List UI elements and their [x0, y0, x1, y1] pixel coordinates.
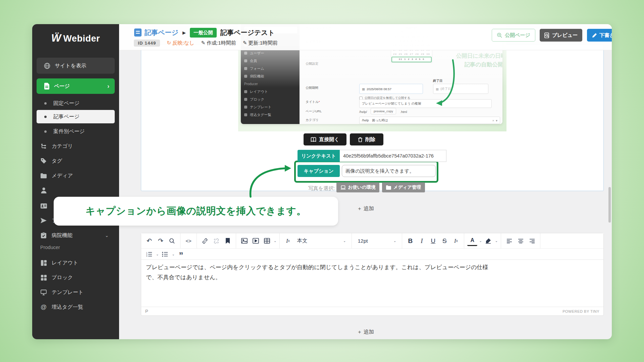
image-icon[interactable] [239, 236, 249, 246]
media-manager-button[interactable]: メディア管理 [382, 182, 425, 192]
align-center-icon[interactable] [516, 236, 526, 246]
undo-icon[interactable]: ↶ [144, 236, 154, 246]
sidebar: ẄWebider サイトを表示 ページ › 固定ページ 記事ページ 案件別ページ… [32, 24, 119, 339]
video-icon[interactable] [251, 236, 261, 246]
ordered-list-icon[interactable]: 123 [144, 249, 154, 259]
editor-toolbar-row1: ↶ ↷ <> [141, 233, 603, 249]
calendar-icon: ▦ [362, 87, 365, 91]
sidebar-item-article-pages[interactable]: 記事ページ [37, 110, 115, 123]
highlight-pen-icon[interactable] [483, 236, 493, 246]
editor-paragraph[interactable]: プレビューページでは、ページ内をクリックするとタブが自動的に閉じてしまうことがあ… [146, 262, 599, 273]
publish-end-input[interactable]: ▦ (終了日) [433, 84, 488, 94]
mini-sidebar-item: フォーム [244, 65, 297, 72]
table-icon[interactable] [262, 236, 272, 246]
remove-format-icon[interactable]: Ix [451, 236, 461, 246]
element-path[interactable]: P [145, 309, 148, 314]
sidebar-item-category[interactable]: カテゴリ [37, 139, 115, 153]
unordered-list-chevron-icon[interactable]: ⌄ [172, 252, 174, 256]
chevron-down-icon: ⌄ [105, 233, 109, 238]
caption-input[interactable] [342, 165, 436, 177]
bookmark-icon[interactable] [223, 236, 233, 246]
mini-category-select[interactable]: /help 困った時は × ▾ [359, 117, 500, 124]
breadcrumb-link-article-pages[interactable]: 記事ページ [145, 28, 178, 37]
sidebar-item-project-pages[interactable]: 案件別ページ [37, 125, 115, 138]
sidebar-item-blocks[interactable]: ブロック [37, 271, 115, 284]
table-chevron-icon[interactable]: ⌄ [274, 239, 276, 243]
calendar-row[interactable]: 24 25 26 27 28 29 30 [391, 52, 432, 57]
underline-icon[interactable]: U [428, 236, 438, 246]
sidebar-item-tags[interactable]: タグ [37, 154, 115, 168]
page-icon [44, 83, 50, 89]
svg-text:3: 3 [146, 255, 147, 257]
callout-text: キャプションから画像の説明文を挿入できます。 [86, 204, 307, 218]
sidebar-item-layout[interactable]: レイアウト [37, 256, 115, 269]
highlight-chevron-icon[interactable]: ⌄ [495, 239, 498, 243]
updated-time: ✎更新:1時間前 [243, 40, 278, 46]
editor-content[interactable]: プレビューページでは、ページ内をクリックするとタブが自動的に閉じてしまうことがあ… [141, 260, 603, 307]
publish-status-badge: 一般公開 [190, 28, 217, 38]
editor-paragraph[interactable]: で、不具合ではありません。 [146, 273, 599, 283]
redo-icon[interactable]: ↷ [156, 236, 166, 246]
preview-button[interactable]: プレビュー [540, 29, 582, 42]
link-text-input[interactable] [340, 150, 446, 162]
mini-sidebar-item: 会員 [244, 58, 297, 64]
bold-icon[interactable]: B [405, 236, 415, 246]
chevron-down-icon[interactable]: ▾ [496, 119, 497, 122]
tutorial-overlay-text: 公開日に未来の日時を設定すると、 記事の自動公開ができます。 [450, 52, 502, 69]
calendar-icon: ▦ [436, 87, 439, 91]
open-direct-button[interactable]: 直接開く [304, 133, 346, 145]
blockquote-icon[interactable]: ” [176, 249, 186, 259]
tag-icon [41, 158, 47, 164]
clear-format-icon[interactable]: Ix [283, 236, 293, 246]
rich-text-editor: ↶ ↷ <> [141, 233, 604, 316]
pencil-icon: ✎ [243, 40, 247, 46]
document-icon [134, 28, 142, 37]
vertical-scrollbar-thumb[interactable] [608, 187, 611, 223]
link-text-field-row: リンクテキスト [298, 150, 446, 162]
clear-icon[interactable]: × [492, 119, 494, 122]
id-card-icon [41, 203, 47, 208]
sidebar-item-fixed-pages[interactable]: 固定ページ [37, 97, 115, 110]
chevron-down-icon: ⌄ [393, 239, 396, 243]
mini-sidebar-item: レイアウト [244, 88, 297, 95]
page-header: 記事ページ ▶ 一般公開 記事ページテスト ID 1449 ↻反映:なし ✎作成… [119, 24, 612, 50]
strikethrough-icon[interactable]: S [439, 236, 449, 246]
powered-by-tiny[interactable]: POWERED BY TINY [562, 309, 599, 313]
add-block-button-bottom[interactable]: ＋ 追加 [119, 328, 612, 336]
search-icon[interactable] [167, 236, 177, 246]
ordered-list-chevron-icon[interactable]: ⌄ [156, 252, 159, 256]
public-page-button[interactable]: 公開ページ [492, 29, 535, 42]
brand-logo-icon: Ẅ [51, 32, 61, 44]
mini-url-input[interactable]: preview_copy [371, 108, 396, 114]
folder-icon [386, 185, 391, 190]
save-draft-button[interactable]: 下書き保存 [587, 29, 612, 42]
sidebar-item-media[interactable]: メディア [37, 169, 115, 182]
pencil-icon [592, 33, 597, 38]
layout-icon [41, 260, 47, 266]
mini-icon [244, 67, 247, 70]
mini-title-input[interactable]: プレビューページが閉じてしまう の複製 [359, 99, 492, 108]
align-right-icon[interactable] [527, 236, 537, 246]
sidebar-item-pages[interactable]: ページ › [37, 78, 115, 94]
unlink-icon[interactable] [211, 236, 221, 246]
text-color-icon[interactable]: A [467, 236, 477, 246]
font-size-select[interactable]: 12pt ⌄ [355, 238, 399, 244]
sidebar-item-embed-tags[interactable]: @ 埋込タグ一覧 [37, 300, 115, 314]
view-site-button[interactable]: サイトを表示 [37, 58, 115, 74]
italic-icon[interactable]: I [417, 236, 427, 246]
editor-status-bar: P POWERED BY TINY [141, 307, 603, 315]
paragraph-style-select[interactable]: 本文 ⌄ [294, 237, 348, 244]
sidebar-item-templates[interactable]: テンプレート [37, 286, 115, 299]
code-icon[interactable]: <> [183, 236, 194, 246]
delete-button[interactable]: 削除 [350, 133, 383, 145]
unordered-list-icon[interactable] [160, 249, 170, 259]
sidebar-item-users[interactable] [37, 184, 115, 197]
mini-label-title: タイトル* [306, 100, 320, 104]
calendar-row-highlighted[interactable]: 31 1 2 3 4 5 6 [391, 57, 432, 62]
publish-start-input[interactable]: ▦ 2025/08/08 08:57 [359, 84, 423, 94]
link-icon[interactable] [200, 236, 210, 246]
align-left-icon[interactable] [504, 236, 514, 246]
text-color-chevron-icon[interactable]: ⌄ [479, 239, 482, 243]
local-environment-button[interactable]: お使いの環境 [336, 182, 379, 192]
sidebar-item-hospital-functions[interactable]: 病院機能 ⌄ [37, 229, 115, 242]
